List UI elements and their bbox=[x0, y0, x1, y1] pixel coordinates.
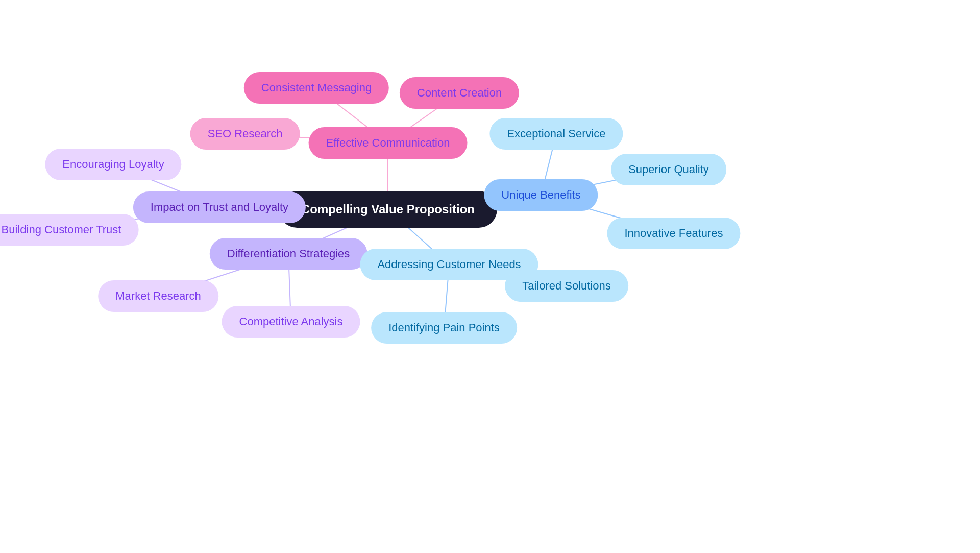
node-encouraging-loyalty[interactable]: Encouraging Loyalty bbox=[45, 149, 181, 180]
node-building-customer-trust[interactable]: Building Customer Trust bbox=[0, 214, 138, 246]
node-competitive-analysis[interactable]: Competitive Analysis bbox=[222, 306, 360, 338]
node-impact-trust-loyalty[interactable]: Impact on Trust and Loyalty bbox=[133, 191, 306, 223]
node-innovative-features[interactable]: Innovative Features bbox=[607, 218, 740, 249]
node-seo-research[interactable]: SEO Research bbox=[190, 118, 300, 150]
node-market-research[interactable]: Market Research bbox=[98, 280, 218, 312]
node-tailored-solutions[interactable]: Tailored Solutions bbox=[505, 270, 628, 302]
node-superior-quality[interactable]: Superior Quality bbox=[611, 154, 726, 185]
node-consistent-messaging[interactable]: Consistent Messaging bbox=[244, 72, 389, 104]
node-unique-benefits[interactable]: Unique Benefits bbox=[484, 179, 598, 211]
node-exceptional-service[interactable]: Exceptional Service bbox=[489, 118, 623, 150]
center-node[interactable]: Compelling Value Proposition bbox=[279, 191, 497, 228]
mindmap-container: Compelling Value PropositionEffective Co… bbox=[0, 0, 980, 553]
node-differentiation-strategies[interactable]: Differentiation Strategies bbox=[210, 238, 368, 270]
node-identifying-pain-points[interactable]: Identifying Pain Points bbox=[371, 312, 517, 344]
node-effective-communication[interactable]: Effective Communication bbox=[309, 127, 468, 159]
node-content-creation[interactable]: Content Creation bbox=[400, 77, 519, 109]
